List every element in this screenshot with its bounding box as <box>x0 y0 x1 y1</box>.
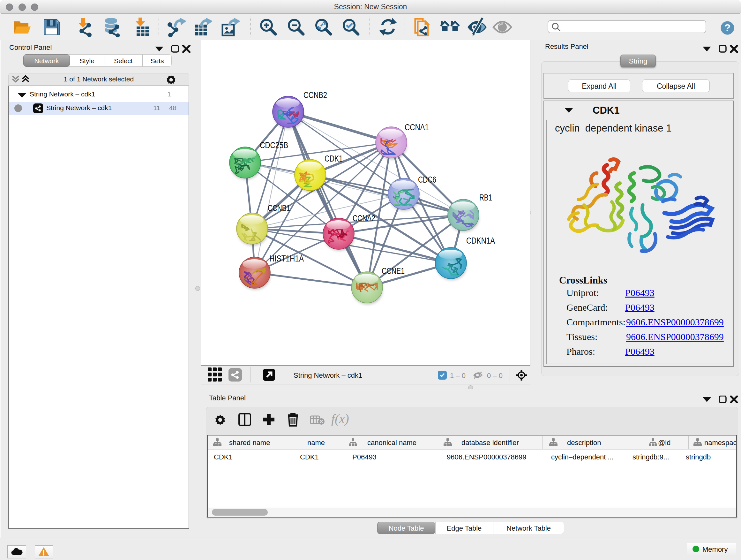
svg-text:CCNB1: CCNB1 <box>268 203 290 213</box>
svg-text:RB1: RB1 <box>479 193 492 202</box>
svg-text:?: ? <box>724 22 731 34</box>
svg-text:CDKN1A: CDKN1A <box>466 236 495 246</box>
svg-text:CCNB2: CCNB2 <box>304 90 327 100</box>
svg-text:CCNE1: CCNE1 <box>382 266 405 276</box>
svg-text:CDK1: CDK1 <box>325 154 343 164</box>
svg-text:CDC6: CDC6 <box>418 175 436 185</box>
svg-text:CCNA2: CCNA2 <box>353 213 375 223</box>
svg-text:CCNA1: CCNA1 <box>405 123 429 132</box>
svg-text:HIST1H1A: HIST1H1A <box>269 254 304 263</box>
svg-text:CDC25B: CDC25B <box>260 140 288 150</box>
